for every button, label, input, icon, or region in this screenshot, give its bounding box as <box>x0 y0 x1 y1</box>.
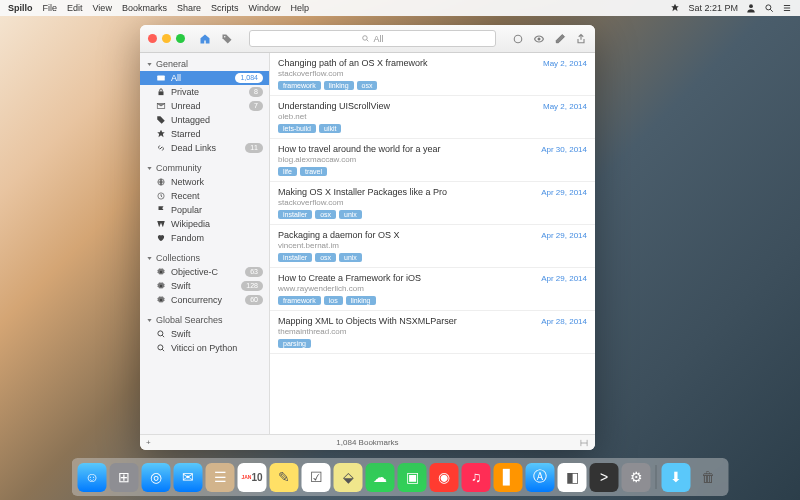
dock-contacts[interactable]: ☰ <box>206 463 235 492</box>
columns-icon[interactable] <box>579 438 589 448</box>
toolbar-right <box>512 33 587 45</box>
edit-icon[interactable] <box>554 33 566 45</box>
entry-domain: www.raywenderlich.com <box>278 284 587 293</box>
tag[interactable]: life <box>278 167 297 176</box>
tag[interactable]: installer <box>278 253 312 262</box>
dock-preferences[interactable]: ⚙ <box>622 463 651 492</box>
entry-title: How to Create a Framework for iOS <box>278 273 421 283</box>
menu-file[interactable]: File <box>43 3 58 13</box>
pin-icon[interactable] <box>670 3 680 13</box>
sidebar-item-label: Private <box>171 87 244 97</box>
tag[interactable]: lets-build <box>278 124 316 133</box>
section-header[interactable]: Community <box>140 161 269 175</box>
tag[interactable]: osx <box>315 210 336 219</box>
dock-facetime[interactable]: ▣ <box>398 463 427 492</box>
menu-view[interactable]: View <box>93 3 112 13</box>
add-button[interactable]: + <box>146 438 151 447</box>
bookmark-entry[interactable]: Mapping XML to Objects With NSXMLParserA… <box>270 311 595 354</box>
search-icon[interactable] <box>764 3 774 13</box>
section-header[interactable]: Global Searches <box>140 313 269 327</box>
tag[interactable]: travel <box>300 167 327 176</box>
toolbar-left <box>199 33 233 45</box>
dock-safari[interactable]: ◎ <box>142 463 171 492</box>
dock-messages[interactable]: ☁ <box>366 463 395 492</box>
tag[interactable]: parsing <box>278 339 311 348</box>
bookmark-list[interactable]: Changing path of an OS X frameworkMay 2,… <box>270 53 595 434</box>
section-header[interactable]: General <box>140 57 269 71</box>
circle-icon[interactable] <box>512 33 524 45</box>
eye-icon[interactable] <box>533 33 545 45</box>
svg-point-1 <box>766 5 771 10</box>
dock-calendar[interactable]: JAN10 <box>238 463 267 492</box>
tag[interactable]: unix <box>339 210 362 219</box>
sidebar-item-wikipedia[interactable]: Wikipedia <box>140 217 269 231</box>
dock-finder[interactable]: ☺ <box>78 463 107 492</box>
bookmark-entry[interactable]: Packaging a daemon for OS XApr 29, 2014v… <box>270 225 595 268</box>
bookmark-entry[interactable]: Changing path of an OS X frameworkMay 2,… <box>270 53 595 96</box>
sidebar-item-fandom[interactable]: Fandom <box>140 231 269 245</box>
dock-downloads[interactable]: ⬇ <box>662 463 691 492</box>
menu-help[interactable]: Help <box>290 3 309 13</box>
sidebar-item-untagged[interactable]: Untagged <box>140 113 269 127</box>
dock-maps[interactable]: ⬙ <box>334 463 363 492</box>
sidebar-item-dead-links[interactable]: Dead Links11 <box>140 141 269 155</box>
menu-share[interactable]: Share <box>177 3 201 13</box>
bookmark-entry[interactable]: How to travel around the world for a yea… <box>270 139 595 182</box>
tag[interactable]: installer <box>278 210 312 219</box>
dock-photobooth[interactable]: ◉ <box>430 463 459 492</box>
tag[interactable]: linking <box>324 81 354 90</box>
sidebar-item-swift[interactable]: Swift <box>140 327 269 341</box>
clock[interactable]: Sat 2:21 PM <box>688 3 738 13</box>
dock-preview[interactable]: ◧ <box>558 463 587 492</box>
sidebar-item-starred[interactable]: Starred <box>140 127 269 141</box>
sidebar-item-objective-c[interactable]: Objective-C63 <box>140 265 269 279</box>
tag[interactable]: osx <box>315 253 336 262</box>
tag[interactable]: uikit <box>319 124 341 133</box>
sidebar-item-network[interactable]: Network <box>140 175 269 189</box>
dock-terminal[interactable]: > <box>590 463 619 492</box>
bookmark-entry[interactable]: How to Create a Framework for iOSApr 29,… <box>270 268 595 311</box>
dock-appstore[interactable]: Ⓐ <box>526 463 555 492</box>
dock-reminders[interactable]: ☑ <box>302 463 331 492</box>
sidebar-item-swift[interactable]: Swift128 <box>140 279 269 293</box>
dock-itunes[interactable]: ♫ <box>462 463 491 492</box>
minimize-button[interactable] <box>162 34 171 43</box>
sidebar-item-label: Starred <box>171 129 263 139</box>
entry-tags: frameworklinkingosx <box>278 81 587 90</box>
tags-icon[interactable] <box>221 33 233 45</box>
list-icon[interactable] <box>782 3 792 13</box>
menu-scripts[interactable]: Scripts <box>211 3 239 13</box>
sidebar-item-private[interactable]: Private8 <box>140 85 269 99</box>
sidebar-item-viticci-on-python[interactable]: Viticci on Python <box>140 341 269 355</box>
share-icon[interactable] <box>575 33 587 45</box>
tag[interactable]: osx <box>357 81 378 90</box>
menu-bookmarks[interactable]: Bookmarks <box>122 3 167 13</box>
section-header[interactable]: Collections <box>140 251 269 265</box>
sidebar-item-concurrency[interactable]: Concurrency60 <box>140 293 269 307</box>
sidebar-item-unread[interactable]: Unread7 <box>140 99 269 113</box>
sidebar-item-recent[interactable]: Recent <box>140 189 269 203</box>
sidebar-item-all[interactable]: All1,084 <box>140 71 269 85</box>
zoom-button[interactable] <box>176 34 185 43</box>
bookmark-entry[interactable]: Understanding UIScrollViewMay 2, 2014ole… <box>270 96 595 139</box>
tag[interactable]: linking <box>346 296 376 305</box>
dock-ibooks[interactable]: ▋ <box>494 463 523 492</box>
dock-mail[interactable]: ✉ <box>174 463 203 492</box>
search-field[interactable]: All <box>249 30 496 47</box>
bookmark-entry[interactable]: Making OS X Installer Packages like a Pr… <box>270 182 595 225</box>
home-icon[interactable] <box>199 33 211 45</box>
app-menu[interactable]: Spillo <box>8 3 33 13</box>
menu-window[interactable]: Window <box>248 3 280 13</box>
close-button[interactable] <box>148 34 157 43</box>
menu-edit[interactable]: Edit <box>67 3 83 13</box>
sidebar-item-popular[interactable]: Popular <box>140 203 269 217</box>
tag[interactable]: framework <box>278 81 321 90</box>
dock-notes[interactable]: ✎ <box>270 463 299 492</box>
dock-launchpad[interactable]: ⊞ <box>110 463 139 492</box>
dock-trash[interactable]: 🗑 <box>694 463 723 492</box>
titlebar[interactable]: All <box>140 25 595 53</box>
tag[interactable]: ios <box>324 296 343 305</box>
tag[interactable]: framework <box>278 296 321 305</box>
tag[interactable]: unix <box>339 253 362 262</box>
user-icon[interactable] <box>746 3 756 13</box>
